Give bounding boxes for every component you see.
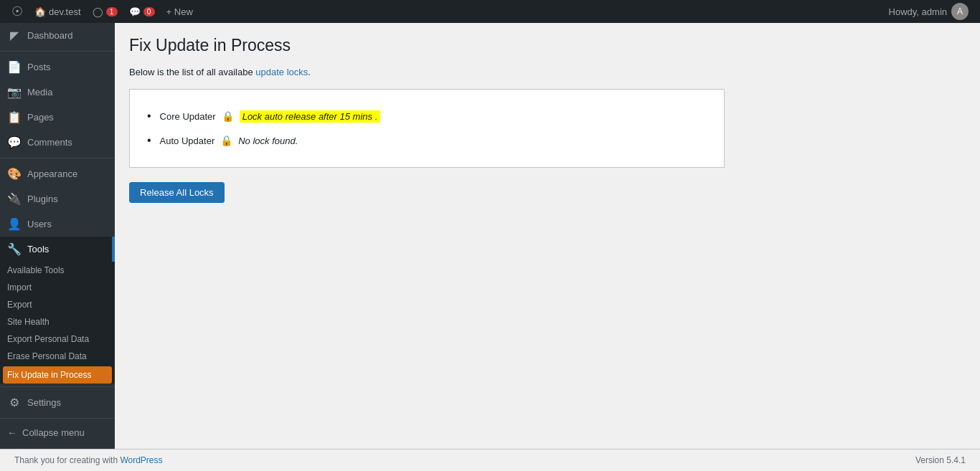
adminbar-comments[interactable]: 💬 0 — [123, 0, 161, 23]
users-icon: 👤 — [7, 217, 22, 231]
sidebar-item-label-appearance: Appearance — [27, 168, 77, 179]
admin-bar: ☉ 🏠 dev.test ◯ 1 💬 0 + New Howdy, admin … — [0, 0, 980, 23]
submenu-item-erase-personal-data[interactable]: Erase Personal Data — [0, 348, 115, 365]
plugins-icon: 🔌 — [7, 192, 22, 206]
description-text-after: . — [308, 67, 311, 77]
admin-menu: ◤ Dashboard 📄 Posts 📷 Media 📋 Pages 💬 Co… — [0, 23, 115, 449]
sidebar-item-settings[interactable]: ⚙ Settings — [0, 390, 115, 415]
footer-left: Thank you for creating with WordPress — [14, 455, 163, 465]
sidebar-item-label-pages: Pages — [27, 112, 54, 123]
lock-icon-core-updater: 🔒 — [222, 110, 234, 122]
comments-menu-icon: 💬 — [7, 135, 22, 149]
sidebar-item-label-settings: Settings — [27, 397, 61, 408]
menu-separator-2 — [0, 158, 115, 158]
lock-icon-auto-updater: 🔒 — [220, 135, 232, 146]
lock-list: Core Updater 🔒 Lock auto release after 1… — [147, 104, 707, 153]
description-text-before: Below is the list of all availabe — [129, 67, 255, 77]
sidebar-item-label-tools: Tools — [27, 244, 49, 254]
lock-item-auto-updater: Auto Updater 🔒 No lock found. — [147, 128, 707, 153]
site-icon: 🏠 — [34, 6, 46, 17]
menu-separator-4 — [0, 418, 115, 419]
site-name: dev.test — [49, 6, 81, 17]
footer-version: Version 5.4.1 — [915, 455, 966, 465]
sidebar-item-plugins[interactable]: 🔌 Plugins — [0, 186, 115, 211]
update-locks-link[interactable]: update locks — [255, 67, 308, 77]
lock-name-core-updater: Core Updater — [160, 111, 216, 122]
updates-icon: ◯ — [93, 6, 103, 17]
sidebar-item-users[interactable]: 👤 Users — [0, 211, 115, 237]
sidebar-item-label-posts: Posts — [27, 62, 51, 72]
sidebar-item-posts[interactable]: 📄 Posts — [0, 54, 115, 80]
lock-status-core-updater: Lock auto release after 15 mins . — [240, 110, 381, 123]
avatar: A — [951, 3, 969, 20]
lock-name-auto-updater: Auto Updater — [160, 135, 215, 146]
adminbar-user-menu[interactable]: Howdy, admin A — [883, 0, 974, 23]
dashboard-icon: ◤ — [7, 29, 22, 42]
adminbar-new[interactable]: + New — [161, 0, 199, 23]
collapse-menu-label: Collapse menu — [22, 427, 85, 438]
lock-status-auto-updater: No lock found. — [238, 135, 298, 146]
submenu-item-export-personal-data[interactable]: Export Personal Data — [0, 330, 115, 348]
pages-icon: 📋 — [7, 110, 22, 124]
sidebar-item-pages[interactable]: 📋 Pages — [0, 105, 115, 130]
page-description: Below is the list of all availabe update… — [129, 67, 961, 77]
menu-separator-1 — [0, 51, 115, 52]
footer-thank-you-text: Thank you for creating with — [14, 455, 120, 465]
sidebar-item-label-dashboard: Dashboard — [27, 30, 73, 41]
adminbar-updates[interactable]: ◯ 1 — [87, 0, 123, 23]
tools-submenu: Available Tools Import Export Site Healt… — [0, 262, 115, 384]
sidebar-item-dashboard[interactable]: ◤ Dashboard — [0, 23, 115, 48]
sidebar-item-media[interactable]: 📷 Media — [0, 80, 115, 105]
submenu-item-export[interactable]: Export — [0, 296, 115, 313]
submenu-item-fix-update[interactable]: Fix Update in Process — [3, 366, 112, 384]
updates-count: 1 — [106, 7, 118, 16]
new-label: + New — [166, 6, 193, 17]
submenu-item-available-tools[interactable]: Available Tools — [0, 262, 115, 279]
collapse-arrow-icon: ← — [7, 427, 17, 438]
tools-icon: 🔧 — [7, 242, 22, 256]
sidebar-item-comments[interactable]: 💬 Comments — [0, 130, 115, 155]
settings-icon: ⚙ — [7, 396, 22, 409]
wp-logo-icon[interactable]: ☉ — [6, 4, 29, 19]
content-wrap: Fix Update in Process Below is the list … — [115, 23, 976, 217]
wp-main: ◤ Dashboard 📄 Posts 📷 Media 📋 Pages 💬 Co… — [0, 23, 980, 449]
wordpress-link[interactable]: WordPress — [120, 455, 162, 465]
sidebar-item-label-media: Media — [27, 87, 52, 97]
adminbar-right: Howdy, admin A — [883, 0, 974, 23]
collapse-menu-button[interactable]: ← Collapse menu — [0, 422, 115, 444]
sidebar-item-appearance[interactable]: 🎨 Appearance — [0, 161, 115, 186]
main-content-area: Fix Update in Process Below is the list … — [115, 23, 980, 449]
submenu-item-site-health[interactable]: Site Health — [0, 313, 115, 330]
sidebar-item-label-users: Users — [27, 219, 52, 229]
sidebar-item-tools[interactable]: 🔧 Tools — [0, 237, 115, 262]
comments-count: 0 — [143, 7, 155, 16]
page-title: Fix Update in Process — [129, 36, 961, 55]
menu-separator-3 — [0, 386, 115, 387]
lock-item-core-updater: Core Updater 🔒 Lock auto release after 1… — [147, 104, 707, 128]
sidebar-item-label-comments: Comments — [27, 137, 72, 148]
comments-icon: 💬 — [129, 6, 141, 17]
posts-icon: 📄 — [7, 60, 22, 74]
appearance-icon: 🎨 — [7, 167, 22, 181]
release-all-locks-button[interactable]: Release All Locks — [129, 182, 225, 203]
lock-info-box: Core Updater 🔒 Lock auto release after 1… — [129, 89, 725, 168]
adminbar-site[interactable]: 🏠 dev.test — [29, 0, 87, 23]
submenu-item-import[interactable]: Import — [0, 279, 115, 296]
howdy-text: Howdy, admin — [889, 6, 947, 17]
media-icon: 📷 — [7, 85, 22, 99]
wp-footer: Thank you for creating with WordPress Ve… — [0, 449, 980, 471]
sidebar-item-label-plugins: Plugins — [27, 194, 58, 204]
